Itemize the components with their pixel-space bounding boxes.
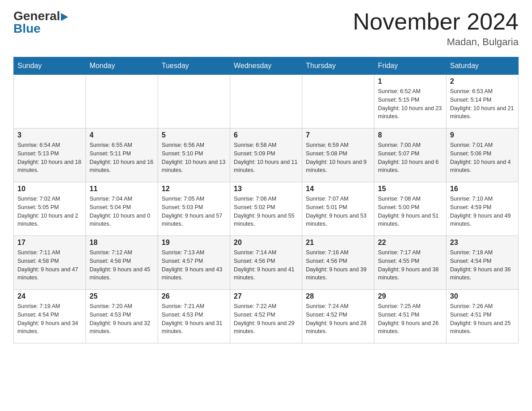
day-cell: 23Sunrise: 7:18 AMSunset: 4:54 PMDayligh… <box>446 236 519 290</box>
title-block: November 2024 Madan, Bulgaria <box>353 9 519 48</box>
day-number: 12 <box>162 185 226 193</box>
day-cell: 19Sunrise: 7:13 AMSunset: 4:57 PMDayligh… <box>158 236 230 290</box>
day-number: 10 <box>17 185 82 193</box>
day-cell <box>158 75 230 128</box>
day-info: Sunrise: 7:22 AMSunset: 4:52 PMDaylight:… <box>234 302 298 336</box>
day-number: 19 <box>162 239 226 247</box>
day-number: 8 <box>378 131 442 139</box>
day-cell: 13Sunrise: 7:06 AMSunset: 5:02 PMDayligh… <box>230 182 302 236</box>
day-number: 3 <box>17 131 82 139</box>
week-row-5: 24Sunrise: 7:19 AMSunset: 4:54 PMDayligh… <box>14 290 519 343</box>
day-number: 1 <box>378 77 442 86</box>
day-cell <box>14 75 86 128</box>
day-info: Sunrise: 7:08 AMSunset: 5:00 PMDaylight:… <box>378 195 442 228</box>
weekday-header-saturday: Saturday <box>446 57 519 75</box>
day-info: Sunrise: 7:20 AMSunset: 4:53 PMDaylight:… <box>90 302 154 336</box>
calendar-title: November 2024 <box>353 9 519 34</box>
week-row-4: 17Sunrise: 7:11 AMSunset: 4:58 PMDayligh… <box>14 236 519 290</box>
day-number: 14 <box>306 185 370 193</box>
day-cell: 29Sunrise: 7:25 AMSunset: 4:51 PMDayligh… <box>374 290 446 343</box>
day-info: Sunrise: 7:21 AMSunset: 4:53 PMDaylight:… <box>162 302 226 336</box>
day-cell: 2Sunrise: 6:53 AMSunset: 5:14 PMDaylight… <box>446 75 519 128</box>
day-info: Sunrise: 7:11 AMSunset: 4:58 PMDaylight:… <box>17 248 82 282</box>
day-info: Sunrise: 7:04 AMSunset: 5:04 PMDaylight:… <box>90 195 154 228</box>
calendar-subtitle: Madan, Bulgaria <box>353 36 519 48</box>
day-cell: 6Sunrise: 6:58 AMSunset: 5:09 PMDaylight… <box>230 128 302 182</box>
day-cell: 17Sunrise: 7:11 AMSunset: 4:58 PMDayligh… <box>14 236 86 290</box>
day-info: Sunrise: 7:13 AMSunset: 4:57 PMDaylight:… <box>162 248 226 282</box>
day-info: Sunrise: 7:26 AMSunset: 4:51 PMDaylight:… <box>450 302 515 336</box>
day-cell: 9Sunrise: 7:01 AMSunset: 5:06 PMDaylight… <box>446 128 519 182</box>
day-number: 5 <box>162 131 226 139</box>
day-number: 25 <box>90 292 154 300</box>
day-info: Sunrise: 6:55 AMSunset: 5:11 PMDaylight:… <box>90 141 154 175</box>
day-info: Sunrise: 6:56 AMSunset: 5:10 PMDaylight:… <box>162 141 226 175</box>
weekday-header-tuesday: Tuesday <box>158 57 230 75</box>
day-info: Sunrise: 7:24 AMSunset: 4:52 PMDaylight:… <box>306 302 370 336</box>
day-cell: 30Sunrise: 7:26 AMSunset: 4:51 PMDayligh… <box>446 290 519 343</box>
day-number: 21 <box>306 239 370 247</box>
day-number: 15 <box>378 185 442 193</box>
week-row-2: 3Sunrise: 6:54 AMSunset: 5:13 PMDaylight… <box>14 128 519 182</box>
day-number: 2 <box>450 77 515 86</box>
day-cell: 5Sunrise: 6:56 AMSunset: 5:10 PMDaylight… <box>158 128 230 182</box>
day-cell: 28Sunrise: 7:24 AMSunset: 4:52 PMDayligh… <box>302 290 374 343</box>
logo-blue-text: Blue <box>13 21 41 36</box>
day-cell: 22Sunrise: 7:17 AMSunset: 4:55 PMDayligh… <box>374 236 446 290</box>
day-info: Sunrise: 6:53 AMSunset: 5:14 PMDaylight:… <box>450 87 515 121</box>
day-info: Sunrise: 7:01 AMSunset: 5:06 PMDaylight:… <box>450 141 515 175</box>
day-info: Sunrise: 7:19 AMSunset: 4:54 PMDaylight:… <box>17 302 82 336</box>
day-number: 6 <box>234 131 298 139</box>
day-cell: 10Sunrise: 7:02 AMSunset: 5:05 PMDayligh… <box>14 182 86 236</box>
day-cell: 26Sunrise: 7:21 AMSunset: 4:53 PMDayligh… <box>158 290 230 343</box>
day-number: 28 <box>306 292 370 300</box>
day-cell: 1Sunrise: 6:52 AMSunset: 5:15 PMDaylight… <box>374 75 446 128</box>
day-cell: 27Sunrise: 7:22 AMSunset: 4:52 PMDayligh… <box>230 290 302 343</box>
day-number: 11 <box>90 185 154 193</box>
day-info: Sunrise: 7:14 AMSunset: 4:56 PMDaylight:… <box>234 248 298 282</box>
day-number: 17 <box>17 239 82 247</box>
day-info: Sunrise: 7:10 AMSunset: 4:59 PMDaylight:… <box>450 195 515 228</box>
weekday-header-row: SundayMondayTuesdayWednesdayThursdayFrid… <box>14 57 519 75</box>
day-number: 23 <box>450 239 515 247</box>
week-row-1: 1Sunrise: 6:52 AMSunset: 5:15 PMDaylight… <box>14 75 519 128</box>
day-number: 27 <box>234 292 298 300</box>
page-header: General Blue November 2024 Madan, Bulgar… <box>13 9 519 48</box>
day-info: Sunrise: 6:52 AMSunset: 5:15 PMDaylight:… <box>378 87 442 121</box>
day-cell: 11Sunrise: 7:04 AMSunset: 5:04 PMDayligh… <box>86 182 158 236</box>
day-info: Sunrise: 7:25 AMSunset: 4:51 PMDaylight:… <box>378 302 442 336</box>
day-number: 26 <box>162 292 226 300</box>
day-number: 7 <box>306 131 370 139</box>
day-cell: 24Sunrise: 7:19 AMSunset: 4:54 PMDayligh… <box>14 290 86 343</box>
day-number: 24 <box>17 292 82 300</box>
day-cell: 8Sunrise: 7:00 AMSunset: 5:07 PMDaylight… <box>374 128 446 182</box>
day-info: Sunrise: 7:17 AMSunset: 4:55 PMDaylight:… <box>378 248 442 282</box>
day-number: 16 <box>450 185 515 193</box>
day-cell: 15Sunrise: 7:08 AMSunset: 5:00 PMDayligh… <box>374 182 446 236</box>
day-cell: 3Sunrise: 6:54 AMSunset: 5:13 PMDaylight… <box>14 128 86 182</box>
day-info: Sunrise: 7:12 AMSunset: 4:58 PMDaylight:… <box>90 248 154 282</box>
day-info: Sunrise: 6:58 AMSunset: 5:09 PMDaylight:… <box>234 141 298 175</box>
weekday-header-wednesday: Wednesday <box>230 57 302 75</box>
day-cell <box>86 75 158 128</box>
week-row-3: 10Sunrise: 7:02 AMSunset: 5:05 PMDayligh… <box>14 182 519 236</box>
weekday-header-friday: Friday <box>374 57 446 75</box>
day-info: Sunrise: 7:00 AMSunset: 5:07 PMDaylight:… <box>378 141 442 175</box>
day-number: 30 <box>450 292 515 300</box>
day-cell: 25Sunrise: 7:20 AMSunset: 4:53 PMDayligh… <box>86 290 158 343</box>
day-cell: 18Sunrise: 7:12 AMSunset: 4:58 PMDayligh… <box>86 236 158 290</box>
day-number: 9 <box>450 131 515 139</box>
logo-arrow-icon <box>61 13 68 21</box>
day-number: 29 <box>378 292 442 300</box>
day-cell: 20Sunrise: 7:14 AMSunset: 4:56 PMDayligh… <box>230 236 302 290</box>
day-info: Sunrise: 6:54 AMSunset: 5:13 PMDaylight:… <box>17 141 82 175</box>
day-number: 20 <box>234 239 298 247</box>
calendar-table: SundayMondayTuesdayWednesdayThursdayFrid… <box>13 57 519 343</box>
day-number: 22 <box>378 239 442 247</box>
day-info: Sunrise: 7:06 AMSunset: 5:02 PMDaylight:… <box>234 195 298 228</box>
weekday-header-sunday: Sunday <box>14 57 86 75</box>
logo: General Blue <box>13 9 69 36</box>
day-number: 4 <box>90 131 154 139</box>
day-info: Sunrise: 7:16 AMSunset: 4:56 PMDaylight:… <box>306 248 370 282</box>
day-cell: 12Sunrise: 7:05 AMSunset: 5:03 PMDayligh… <box>158 182 230 236</box>
